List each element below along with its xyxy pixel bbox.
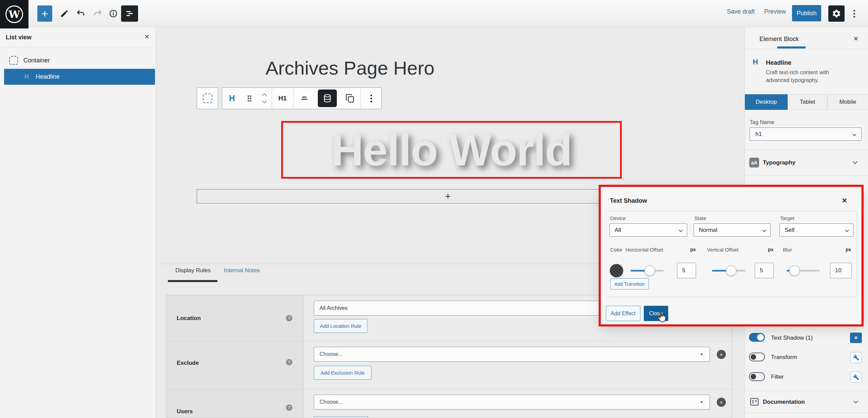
device-tab-mobile[interactable]: Mobile	[827, 94, 868, 110]
dynamic-data-button[interactable]	[315, 88, 340, 109]
device-tab-tablet[interactable]: Tablet	[788, 94, 827, 110]
block-card-description: Craft text-rich content with	[766, 69, 829, 76]
wrench-icon	[853, 355, 859, 361]
select-arrow-icon: ▼	[700, 400, 703, 404]
help-icon[interactable]: ?	[286, 359, 292, 365]
divider	[167, 341, 732, 341]
details-button[interactable]	[107, 5, 120, 22]
location-label: Location	[177, 315, 201, 322]
tab-element[interactable]: Element	[759, 36, 782, 43]
database-icon	[322, 93, 332, 103]
list-view-toggle-button[interactable]	[121, 5, 138, 22]
help-icon[interactable]: ?	[286, 404, 292, 411]
move-down-icon	[262, 99, 267, 103]
clear-selection-icon[interactable]: ×	[717, 350, 726, 359]
divider	[167, 389, 732, 390]
transform-settings-button[interactable]	[850, 352, 862, 363]
tab-block[interactable]: Block	[784, 36, 799, 43]
transform-toggle-label: Transform	[771, 354, 797, 361]
typography-section-header[interactable]: Typography	[763, 159, 795, 166]
add-block-button[interactable]: +	[37, 5, 52, 22]
preview-link[interactable]: Preview	[764, 8, 786, 15]
clear-selection-icon[interactable]: ×	[717, 398, 726, 407]
headline-block-text[interactable]: Hello World	[331, 124, 572, 176]
users-label: Users	[177, 408, 193, 415]
redo-icon	[93, 9, 102, 18]
device-tab-desktop[interactable]: Desktop	[745, 94, 788, 110]
help-icon[interactable]: ?	[286, 315, 292, 321]
publish-button[interactable]: Publish	[792, 5, 821, 21]
headline-block-button[interactable]: H	[222, 88, 242, 109]
headline-block-icon: H	[229, 94, 235, 103]
select-parent-container-button[interactable]	[197, 87, 218, 109]
divider	[745, 413, 868, 413]
move-block-control[interactable]	[257, 88, 272, 109]
pencil-icon	[60, 9, 69, 18]
block-card-description: advanced typography.	[766, 77, 819, 83]
gear-icon	[832, 9, 841, 18]
container-block-icon	[9, 56, 18, 65]
exclude-label: Exclude	[177, 360, 199, 366]
divider	[745, 150, 868, 150]
filter-settings-button[interactable]	[850, 372, 862, 383]
add-exclusion-rule-button[interactable]: Add Exclusion Rule	[314, 366, 371, 380]
list-view-item-container[interactable]: Container	[9, 54, 50, 67]
divider	[745, 49, 868, 49]
wordpress-menu-button[interactable]: W	[0, 0, 28, 28]
add-location-rule-button[interactable]: Add Location Rule	[314, 319, 367, 333]
container-block-icon	[203, 94, 212, 103]
post-title[interactable]: Archives Page Hero	[266, 57, 435, 79]
typography-icon: aA	[749, 158, 759, 167]
select-arrow-icon: ▼	[700, 352, 703, 356]
exclude-choose-select[interactable]: Choose...	[314, 347, 710, 362]
users-choose-select[interactable]: Choose...	[314, 395, 710, 410]
block-card-title: Headline	[766, 59, 791, 66]
documentation-section-header[interactable]: Documentation	[763, 399, 805, 405]
list-view-item-label: Container	[23, 57, 50, 64]
drag-handle[interactable]	[242, 88, 257, 109]
chevron-down-icon	[852, 132, 856, 136]
active-tab-underline	[777, 46, 806, 48]
edit-mode-button[interactable]	[58, 5, 71, 22]
tag-name-select[interactable]: h1	[750, 127, 862, 141]
close-sidebar-button[interactable]: ×	[853, 35, 858, 43]
active-tab-underline	[168, 280, 217, 282]
kebab-icon	[853, 13, 855, 15]
save-draft-link[interactable]: Save draft	[727, 8, 755, 15]
text-align-button[interactable]	[293, 88, 315, 109]
documentation-icon	[749, 397, 759, 408]
duplicate-icon	[345, 93, 355, 103]
duplicate-button[interactable]	[340, 88, 361, 109]
text-shadow-toggle[interactable]	[749, 333, 765, 342]
block-options-button[interactable]	[361, 88, 381, 109]
list-view-icon	[125, 9, 134, 18]
plus-icon: +	[445, 191, 451, 202]
add-user-rule-button-partial[interactable]	[314, 416, 368, 418]
redo-button[interactable]	[91, 5, 104, 22]
settings-sidebar-button[interactable]	[828, 5, 845, 22]
list-view-item-label: Headline	[36, 73, 60, 80]
list-view-item-headline[interactable]: H Headline	[4, 69, 155, 85]
remove-text-shadow-button[interactable]: ×	[850, 333, 862, 343]
list-view-panel: List view × Container H Headline	[0, 27, 156, 418]
divider	[745, 175, 868, 176]
tab-display-rules[interactable]: Display Rules	[175, 267, 211, 274]
close-list-view-button[interactable]: ×	[144, 33, 149, 41]
drag-dots-icon	[247, 95, 252, 102]
popup-annotation-box	[599, 185, 864, 326]
headline-block-icon: H	[24, 73, 29, 80]
heading-level-button[interactable]: H1	[272, 88, 293, 109]
align-icon	[299, 93, 309, 103]
move-up-icon	[262, 93, 267, 98]
tag-name-label: Tag Name	[750, 119, 774, 125]
divider	[745, 391, 868, 391]
undo-button[interactable]	[74, 5, 88, 22]
options-menu-button[interactable]	[848, 5, 860, 22]
kebab-icon	[370, 98, 372, 99]
filter-toggle[interactable]	[749, 372, 765, 381]
plus-icon: +	[41, 7, 48, 20]
undo-icon	[76, 9, 85, 18]
tag-name-value: h1	[755, 131, 762, 138]
tab-internal-notes[interactable]: Internal Notes	[224, 267, 260, 274]
transform-toggle[interactable]	[749, 353, 765, 361]
